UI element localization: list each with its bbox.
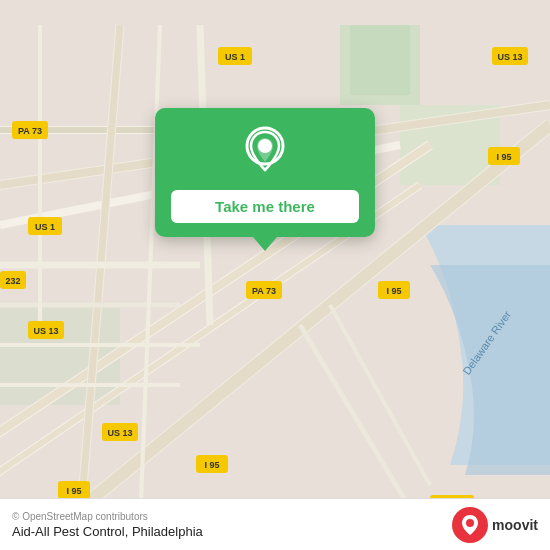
info-bar: © OpenStreetMap contributors Aid-All Pes…: [0, 498, 550, 550]
map-container: US 1 US 1 PA 73 PA 73 US 13 US 13 US 13 …: [0, 0, 550, 550]
info-left: © OpenStreetMap contributors Aid-All Pes…: [12, 511, 203, 539]
svg-text:US 13: US 13: [497, 52, 522, 62]
svg-rect-1: [350, 25, 410, 95]
svg-point-57: [466, 519, 474, 527]
svg-text:PA 73: PA 73: [252, 286, 276, 296]
moovit-icon: [452, 507, 488, 543]
location-text: Aid-All Pest Control, Philadelphia: [12, 524, 203, 539]
map-roads: US 1 US 1 PA 73 PA 73 US 13 US 13 US 13 …: [0, 0, 550, 550]
svg-point-55: [259, 140, 271, 152]
popup-card: Take me there: [155, 108, 375, 237]
svg-text:I 95: I 95: [386, 286, 401, 296]
svg-text:US 13: US 13: [33, 326, 58, 336]
location-pin-icon: [239, 126, 291, 178]
svg-text:I 95: I 95: [66, 486, 81, 496]
take-me-there-button[interactable]: Take me there: [171, 190, 359, 223]
svg-text:PA 73: PA 73: [18, 126, 42, 136]
moovit-logo: moovit: [452, 507, 538, 543]
svg-text:232: 232: [5, 276, 20, 286]
svg-text:US 13: US 13: [107, 428, 132, 438]
svg-line-16: [80, 25, 120, 525]
svg-text:US 1: US 1: [35, 222, 55, 232]
svg-text:I 95: I 95: [496, 152, 511, 162]
svg-text:I 95: I 95: [204, 460, 219, 470]
moovit-label: moovit: [492, 517, 538, 533]
svg-text:US 1: US 1: [225, 52, 245, 62]
attribution-text: © OpenStreetMap contributors: [12, 511, 203, 522]
